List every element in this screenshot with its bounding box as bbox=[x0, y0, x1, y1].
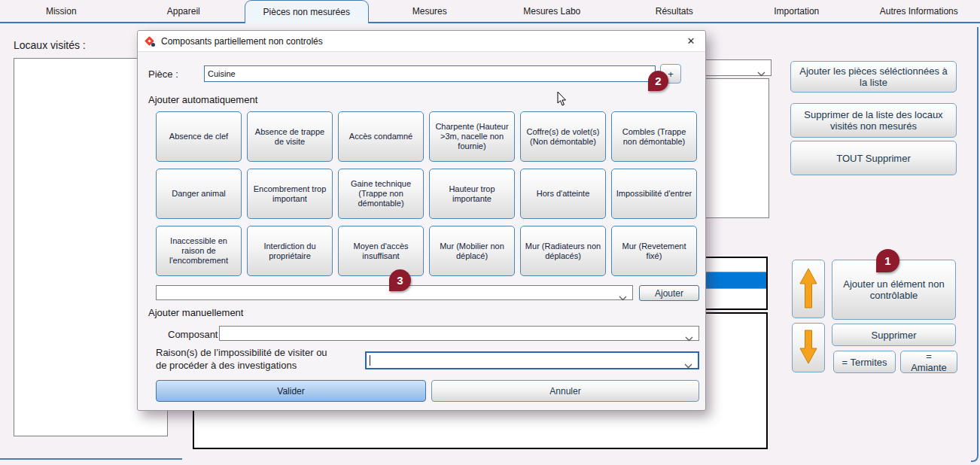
tab[interactable]: Importation bbox=[735, 0, 858, 23]
ajouter-button[interactable]: Ajouter bbox=[639, 285, 699, 301]
app-window: Mission Appareil Pièces non mesurées Mes… bbox=[0, 0, 980, 465]
tab-label: Mission bbox=[46, 6, 77, 17]
piece-input[interactable] bbox=[204, 65, 656, 82]
remove-from-list-button[interactable]: Supprimer de la liste des locaux visités… bbox=[790, 103, 957, 138]
manual-add-heading: Ajouter manuellement bbox=[148, 307, 243, 318]
up-arrow-icon bbox=[799, 267, 818, 312]
close-icon[interactable]: ✕ bbox=[683, 34, 699, 49]
tab[interactable]: Appareil bbox=[123, 0, 245, 23]
groupbox-border-right bbox=[971, 27, 978, 462]
annotation-badge-2: 2 bbox=[648, 71, 668, 91]
amiante-button[interactable]: = Amiante bbox=[900, 351, 957, 373]
tab[interactable]: Pièces non mesurées bbox=[245, 0, 369, 23]
mouse-cursor bbox=[557, 92, 568, 110]
tab-label: Mesures bbox=[412, 6, 447, 17]
auto-add-reason-button[interactable]: Mur (Revetement fixé) bbox=[611, 226, 697, 276]
auto-add-reason-button[interactable]: Charpente (Hauteur >3m, nacelle non four… bbox=[429, 111, 515, 162]
tab-bar: Mission Appareil Pièces non mesurées Mes… bbox=[0, 0, 980, 23]
dialog-title: Composants partiellement non controlés bbox=[161, 36, 683, 47]
auto-add-reason-button[interactable]: Absence de clef bbox=[156, 111, 242, 162]
auto-add-reason-button[interactable]: Hauteur trop importante bbox=[429, 169, 515, 219]
auto-add-reason-button[interactable]: Coffre(s) de volet(s) (Non démontable) bbox=[520, 111, 606, 162]
down-arrow-icon bbox=[799, 329, 818, 367]
auto-add-heading: Ajouter automatiquement bbox=[148, 94, 257, 105]
raison-label: Raison(s) de l’impossibilité de visiter … bbox=[156, 346, 327, 372]
tab[interactable]: Mesures Labo bbox=[491, 0, 613, 23]
termites-button[interactable]: = Termites bbox=[833, 351, 896, 373]
tab[interactable]: Mission bbox=[0, 0, 123, 23]
tab[interactable]: Résultats bbox=[613, 0, 736, 23]
tab-label: Importation bbox=[774, 6, 819, 17]
annuler-button[interactable]: Annuler bbox=[431, 380, 699, 402]
delete-element-button[interactable]: Supprimer bbox=[832, 324, 956, 346]
tabstrip-underline bbox=[0, 22, 980, 23]
auto-add-reason-button[interactable]: Danger animal bbox=[156, 169, 242, 219]
annotation-badge-1: 1 bbox=[876, 249, 899, 272]
auto-add-reason-button[interactable]: Impossibilité d'entrer bbox=[611, 169, 697, 219]
piece-label: Pièce : bbox=[148, 68, 178, 80]
tab-label: Résultats bbox=[656, 6, 693, 17]
locaux-visites-label: Locaux visités : bbox=[14, 39, 86, 51]
auto-add-reason-button[interactable]: Mur (Mobilier non déplacé) bbox=[429, 226, 515, 276]
tab-label: Mesures Labo bbox=[523, 6, 580, 17]
auto-add-reason-button[interactable]: Hors d'atteinte bbox=[520, 169, 606, 219]
auto-add-reason-button[interactable]: Moyen d'accès insuffisant bbox=[338, 226, 424, 276]
move-down-button[interactable] bbox=[792, 323, 825, 372]
remove-all-button[interactable]: TOUT Supprimer bbox=[790, 141, 957, 175]
text-caret bbox=[370, 355, 370, 366]
auto-add-reason-button[interactable]: Gaine technique (Trappe non démontable) bbox=[338, 169, 424, 219]
auto-add-reason-button[interactable]: Accès condamné bbox=[338, 111, 424, 162]
groupbox-border-bottom bbox=[0, 458, 182, 460]
composant-label: Composant bbox=[168, 329, 218, 340]
chevron-down-icon bbox=[684, 358, 692, 372]
tab[interactable]: Autres Informations bbox=[858, 0, 980, 23]
tab[interactable]: Mesures bbox=[369, 0, 492, 23]
auto-add-reason-button[interactable]: Interdiction du propriétaire bbox=[247, 226, 333, 276]
move-up-button[interactable] bbox=[792, 260, 825, 318]
composant-combobox[interactable] bbox=[219, 326, 699, 341]
auto-add-reason-button[interactable]: Inaccessible en raison de l'encombrement bbox=[156, 226, 242, 276]
tab-label: Pièces non mesurées bbox=[263, 7, 350, 17]
add-selected-rooms-button[interactable]: Ajouter les pièces séléctionnées à la li… bbox=[790, 61, 957, 93]
tab-label: Appareil bbox=[167, 6, 200, 17]
annotation-badge-3: 3 bbox=[389, 269, 411, 291]
valider-button[interactable]: Valider bbox=[156, 380, 426, 402]
chevron-down-icon bbox=[619, 290, 627, 304]
auto-add-reason-button[interactable]: Absence de trappe de visite bbox=[247, 111, 333, 162]
chevron-down-icon bbox=[685, 331, 693, 345]
auto-add-reason-button[interactable]: Encombrement trop important bbox=[247, 169, 333, 219]
dialog-composants-non-controles: Composants partiellement non controlés ✕… bbox=[137, 30, 706, 411]
auto-add-reason-button[interactable]: Mur (Radiateurs non déplacés) bbox=[520, 226, 606, 276]
raison-combobox[interactable] bbox=[365, 351, 699, 369]
dialog-titlebar[interactable]: Composants partiellement non controlés ✕ bbox=[138, 31, 705, 52]
app-logo-icon bbox=[144, 35, 156, 47]
auto-add-button-grid: Absence de clefAbsence de trappe de visi… bbox=[156, 111, 697, 276]
tab-label: Autres Informations bbox=[880, 6, 958, 17]
auto-add-reason-button[interactable]: Combles (Trappe non démontable) bbox=[611, 111, 697, 162]
